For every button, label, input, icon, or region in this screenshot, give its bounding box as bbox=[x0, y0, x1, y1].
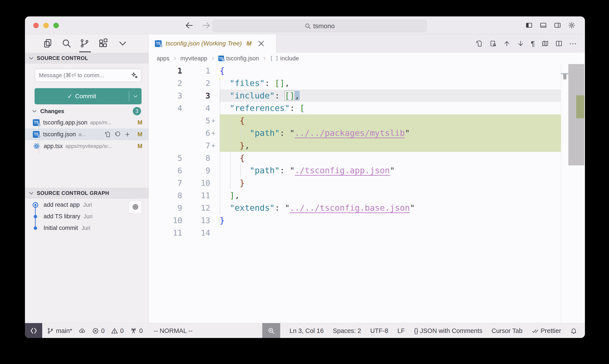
activity-explorer[interactable] bbox=[43, 38, 53, 49]
code-line[interactable]: 3 3 "include": [], bbox=[149, 90, 585, 102]
indent-guide bbox=[240, 164, 241, 177]
code-line[interactable]: 6 9 "path": "./tsconfig.app.json" bbox=[149, 164, 585, 177]
code-line[interactable]: 8 11 ], bbox=[149, 189, 585, 202]
code-line[interactable]: 2 2 "files": [], bbox=[149, 77, 585, 90]
breadcrumb-item-apps[interactable]: apps bbox=[157, 55, 169, 62]
change-row-tsconfig.app.json[interactable]: TS⚙ tsconfig.app.json apps/m... M bbox=[25, 117, 149, 129]
zoom-window-button[interactable] bbox=[53, 23, 59, 28]
navigate-forward-icon[interactable] bbox=[202, 21, 211, 30]
close-window-button[interactable] bbox=[33, 23, 39, 28]
command-center-text: tsmono bbox=[313, 22, 335, 30]
tab-tsconfig-working-tree[interactable]: TS⚙ tsconfig.json (Working Tree) M bbox=[149, 34, 276, 53]
tab-modified-badge: M bbox=[246, 40, 252, 47]
status-language-mode[interactable]: {} JSON with Comments bbox=[414, 327, 482, 335]
discard-icon[interactable] bbox=[114, 131, 121, 138]
commit-message-input[interactable]: Message (⌘⏎ to comm... bbox=[35, 69, 142, 82]
code-line[interactable]: 11 14 bbox=[149, 227, 585, 239]
status-warnings[interactable]: 0 bbox=[111, 327, 124, 335]
commit-row[interactable]: Initial commit Juri bbox=[25, 222, 149, 234]
layout-sidebar-left-icon[interactable] bbox=[525, 22, 533, 29]
split-editor-icon[interactable] bbox=[555, 40, 562, 47]
added-line-marker bbox=[210, 227, 220, 239]
inline-view-icon[interactable] bbox=[490, 40, 497, 47]
error-icon bbox=[92, 327, 99, 334]
code-line[interactable]: 4 4 "references": [ bbox=[149, 102, 585, 114]
changes-header[interactable]: Changes 3 bbox=[25, 106, 149, 116]
status-sync[interactable] bbox=[79, 327, 86, 334]
zoom-indicator[interactable] bbox=[262, 323, 280, 338]
modified-line-number: 7 bbox=[182, 139, 210, 152]
status-errors[interactable]: 0 bbox=[92, 327, 104, 335]
breadcrumb-item-tsconfig.json[interactable]: TS⚙tsconfig.json bbox=[218, 55, 259, 62]
commit-dropdown-button[interactable] bbox=[129, 93, 142, 99]
status-notifications[interactable] bbox=[570, 327, 577, 334]
commit-row[interactable]: add TS library Juri bbox=[25, 211, 149, 222]
modified-line-number: 1 bbox=[182, 65, 210, 77]
more-actions-icon[interactable]: ⋯ bbox=[569, 34, 577, 53]
code-line[interactable]: 5 + { bbox=[149, 114, 585, 127]
status-eol[interactable]: LF bbox=[398, 327, 405, 335]
code-line[interactable]: 1 1 { bbox=[149, 65, 585, 77]
diff-editor: 1 1 { 2 2 "files": [], 3 3 "include": []… bbox=[149, 64, 585, 323]
added-line-marker bbox=[210, 77, 220, 90]
close-tab-icon[interactable] bbox=[257, 39, 265, 48]
graph-section-header[interactable]: SOURCE CONTROL GRAPH bbox=[25, 188, 149, 199]
warn-icon bbox=[111, 327, 118, 334]
editor-group: TS⚙ tsconfig.json (Working Tree) M ¶⋯ ap… bbox=[149, 34, 585, 323]
command-center-search[interactable]: tsmono bbox=[212, 20, 427, 32]
remote-indicator[interactable] bbox=[25, 323, 42, 338]
navigate-back-icon[interactable] bbox=[185, 21, 194, 30]
added-line-marker bbox=[210, 202, 220, 214]
status-cursor-tab[interactable]: Cursor Tab bbox=[492, 327, 522, 335]
sparkle-icon[interactable] bbox=[130, 72, 138, 79]
previous-change-icon[interactable] bbox=[503, 40, 510, 47]
activity-more[interactable] bbox=[118, 38, 128, 49]
code-line[interactable]: 7 10 } bbox=[149, 177, 585, 189]
chevron-right-icon bbox=[262, 56, 267, 61]
breadcrumb-item-myviteapp[interactable]: myviteapp bbox=[181, 55, 207, 62]
code-line[interactable]: 9 12 "extends": "../../tsconfig.base.jso… bbox=[149, 202, 585, 214]
render-whitespace-icon[interactable]: ¶ bbox=[531, 34, 535, 53]
original-line-number bbox=[149, 114, 182, 127]
original-line-number: 9 bbox=[149, 202, 182, 214]
status-branch[interactable]: main* bbox=[47, 327, 72, 335]
open-changes-icon[interactable] bbox=[476, 40, 483, 47]
commit-button[interactable]: ✓ Commit bbox=[35, 88, 142, 104]
status-encoding[interactable]: UTF-8 bbox=[370, 327, 388, 335]
status-ports[interactable]: 0 bbox=[130, 327, 143, 335]
status-formatter[interactable]: Prettier bbox=[532, 327, 561, 335]
status-cursor-position[interactable]: Ln 3, Col 16 bbox=[289, 327, 324, 335]
sidebar: SOURCE CONTROL Message (⌘⏎ to comm... ✓ … bbox=[25, 34, 149, 323]
code-line[interactable]: 7 + }, bbox=[149, 139, 585, 152]
open-file-icon[interactable] bbox=[104, 131, 111, 138]
breadcrumb-item-include[interactable]: [ ]include bbox=[270, 55, 299, 62]
change-row-app.tsx[interactable]: app.tsx apps/myviteapp/sr... M bbox=[25, 140, 149, 152]
commit-dot-icon bbox=[32, 224, 39, 232]
file-path: apps/m... bbox=[90, 119, 130, 126]
code-line[interactable]: 5 8 { bbox=[149, 152, 585, 164]
layout-sidebar-right-icon[interactable] bbox=[554, 22, 561, 29]
modified-line-number: 4 bbox=[182, 102, 210, 114]
commit-row[interactable]: add react app Juri bbox=[25, 199, 149, 211]
modified-line-number: 2 bbox=[182, 77, 210, 90]
magnifier-plus-icon bbox=[268, 327, 275, 335]
settings-gear-icon[interactable] bbox=[568, 22, 575, 29]
code-line[interactable]: 10 13 } bbox=[149, 214, 585, 227]
added-line-marker: + bbox=[210, 127, 220, 139]
change-row-tsconfig.json[interactable]: TS⚙ tsconfig.json a... M bbox=[25, 129, 149, 140]
changes-label: Changes bbox=[40, 108, 64, 115]
next-change-icon[interactable] bbox=[517, 40, 524, 47]
minimize-window-button[interactable] bbox=[43, 23, 49, 28]
activity-extensions[interactable] bbox=[98, 38, 108, 49]
status-indentation[interactable]: Spaces: 2 bbox=[333, 327, 361, 335]
stage-icon[interactable] bbox=[124, 131, 130, 138]
modified-line-number: 12 bbox=[182, 202, 210, 214]
code-line[interactable]: 6 + "path": "../../packages/mytslib" bbox=[149, 127, 585, 139]
source-control-section-header[interactable]: SOURCE CONTROL bbox=[25, 53, 149, 64]
activity-source-control[interactable] bbox=[80, 38, 90, 49]
layout-panel-icon[interactable] bbox=[540, 22, 547, 29]
status-vim-mode[interactable]: -- NORMAL -- bbox=[154, 327, 193, 335]
open-map-icon[interactable] bbox=[542, 40, 549, 47]
bracket-match-box: [] bbox=[285, 91, 295, 100]
activity-search[interactable] bbox=[62, 38, 72, 49]
